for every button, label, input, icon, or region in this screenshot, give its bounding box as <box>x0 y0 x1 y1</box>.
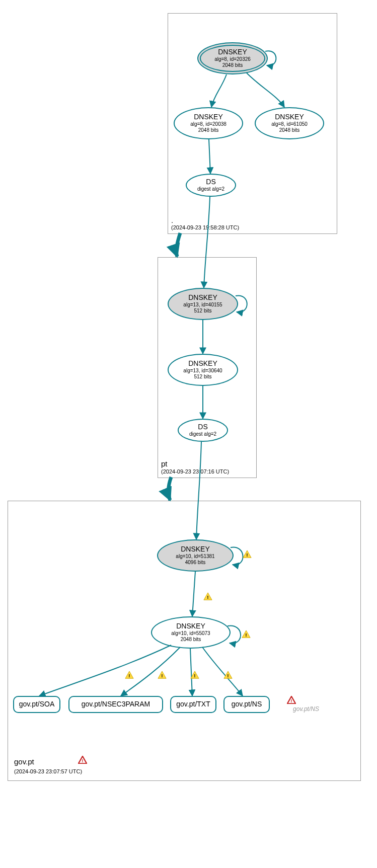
svg-text:!: ! <box>227 673 229 678</box>
zone-root-label: . <box>171 216 173 224</box>
svg-text:!: ! <box>207 594 208 600</box>
dnskey-gov-zsk: DNSKEY alg=10, id=55073 2048 bits <box>151 616 231 649</box>
ghost-ns: gov.pt/NS <box>288 705 324 713</box>
node-line1: alg=8, id=61050 <box>271 121 308 127</box>
dnskey-root-zsk2: DNSKEY alg=8, id=61050 2048 bits <box>255 107 324 139</box>
node-line1: alg=8, id=20038 <box>190 121 227 127</box>
node-title: DNSKEY <box>218 48 247 56</box>
node-title: DS <box>206 178 215 186</box>
dnskey-gov-ksk: DNSKEY alg=10, id=51381 4096 bits <box>157 539 234 572</box>
warning-icon: ! <box>243 550 252 558</box>
node-title: DNSKEY <box>188 294 217 301</box>
node-title: DS <box>198 423 207 431</box>
ds-pt: DS digest alg=2 <box>178 419 228 442</box>
node-title: DNSKEY <box>194 113 223 121</box>
node-line1: alg=8, id=20326 <box>214 56 251 62</box>
rr-label: gov.pt/SOA <box>19 700 55 708</box>
zone-gov-label: gov.pt <box>14 757 34 766</box>
node-title: DNSKEY <box>188 360 217 367</box>
rr-txt: gov.pt/TXT <box>170 696 216 713</box>
rr-label: gov.pt/NSEC3PARAM <box>82 700 150 708</box>
rr-label: gov.pt/TXT <box>176 700 210 708</box>
svg-text:!: ! <box>290 698 292 703</box>
error-icon: ! <box>287 696 296 704</box>
warning-icon: ! <box>125 671 134 679</box>
node-line1: alg=10, id=55073 <box>171 630 210 637</box>
node-line2: 2048 bits <box>181 637 201 643</box>
zone-root-ts: (2024-09-23 19:58:28 UTC) <box>171 224 239 230</box>
error-icon: ! <box>78 756 87 764</box>
ds-root: DS digest alg=2 <box>186 174 236 197</box>
node-title: DNSKEY <box>275 113 304 121</box>
dnskey-root-zsk1: DNSKEY alg=8, id=20038 2048 bits <box>174 107 243 139</box>
svg-text:!: ! <box>246 552 248 558</box>
warning-icon: ! <box>242 630 251 638</box>
node-line2: 2048 bits <box>198 127 219 133</box>
svg-text:!: ! <box>245 632 247 638</box>
node-line1: alg=10, id=51381 <box>176 554 214 560</box>
warning-icon: ! <box>158 671 167 679</box>
dnskey-pt-ksk: DNSKEY alg=13, id=40155 512 bits <box>168 288 238 320</box>
svg-text:!: ! <box>194 673 195 678</box>
dnskey-pt-zsk: DNSKEY alg=13, id=30640 512 bits <box>168 354 238 386</box>
warning-icon: ! <box>223 671 233 679</box>
warning-icon: ! <box>190 671 199 679</box>
node-line2: 4096 bits <box>185 560 206 566</box>
node-title: DNSKEY <box>176 622 205 630</box>
svg-text:!: ! <box>82 758 83 763</box>
rr-label: gov.pt/NS <box>232 700 262 708</box>
dnskey-root-ksk: DNSKEY alg=8, id=20326 2048 bits <box>197 42 268 74</box>
node-line1: alg=13, id=40155 <box>183 302 222 308</box>
node-line1: digest alg=2 <box>189 431 216 437</box>
rr-ns: gov.pt/NS <box>223 696 270 713</box>
node-line2: 512 bits <box>194 374 211 380</box>
warning-icon: ! <box>203 592 212 600</box>
node-line2: 512 bits <box>194 308 211 314</box>
rr-soa: gov.pt/SOA <box>13 696 60 713</box>
zone-pt-ts: (2024-09-23 23:07:16 UTC) <box>161 468 229 475</box>
node-line1: digest alg=2 <box>197 186 224 192</box>
node-title: DNSKEY <box>181 545 210 553</box>
zone-pt-label: pt <box>161 459 168 468</box>
node-line2: 2048 bits <box>279 127 300 133</box>
node-line2: 2048 bits <box>222 62 243 68</box>
zone-gov-ts: (2024-09-23 23:07:57 UTC) <box>14 768 82 774</box>
svg-text:!: ! <box>161 673 163 678</box>
node-line1: alg=13, id=30640 <box>183 368 222 374</box>
svg-text:!: ! <box>128 673 130 678</box>
rr-nsec3param: gov.pt/NSEC3PARAM <box>68 696 163 713</box>
